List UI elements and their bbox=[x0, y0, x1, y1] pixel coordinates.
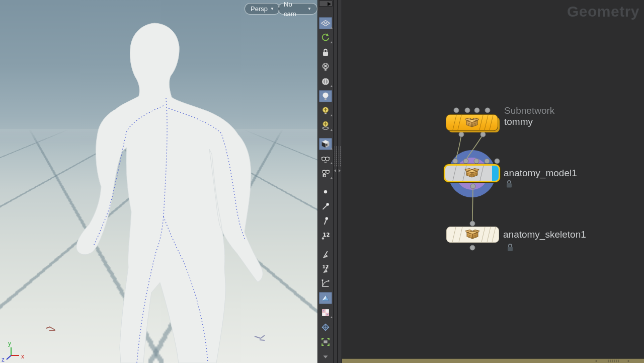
headlight-only-icon[interactable] bbox=[319, 76, 332, 88]
snapping-mode-icon[interactable] bbox=[319, 32, 332, 44]
model-input-dot[interactable] bbox=[463, 159, 468, 164]
axis-x-label: x bbox=[21, 353, 24, 360]
chevron-down-icon: ▼ bbox=[307, 4, 311, 14]
tommy-input-dot[interactable] bbox=[465, 108, 470, 113]
tommy-output-dot[interactable] bbox=[480, 132, 486, 137]
geo-box-icon bbox=[465, 169, 479, 178]
lock-badge-icon bbox=[507, 243, 514, 252]
stowed-shelf-bar[interactable] bbox=[342, 358, 644, 363]
show-materials-icon[interactable] bbox=[319, 153, 332, 165]
model-input-dot[interactable] bbox=[485, 159, 490, 164]
show-point-trails-icon[interactable] bbox=[319, 215, 332, 227]
model-input-dot[interactable] bbox=[495, 159, 500, 164]
splitter-grip[interactable] bbox=[334, 146, 337, 167]
show-point-numbers-icon[interactable]: 12 bbox=[319, 230, 332, 242]
houdini-window: Persp ▼ No cam ▼ y x z 1212 Geometry bbox=[0, 0, 644, 363]
splitter-collapse-left-icon[interactable] bbox=[334, 169, 336, 172]
display-options-toolbar: 1212 bbox=[317, 0, 333, 363]
show-prim-numbers-icon[interactable]: 12 bbox=[319, 263, 332, 275]
perspective-view-label: Persp bbox=[251, 4, 268, 14]
shade-open-curves-icon[interactable] bbox=[319, 292, 332, 304]
viewport-3d[interactable]: Persp ▼ No cam ▼ y x z bbox=[0, 0, 317, 363]
show-group-overlay-icon[interactable] bbox=[319, 336, 332, 348]
svg-text:12: 12 bbox=[323, 264, 329, 269]
high-quality-shadows-icon[interactable] bbox=[319, 119, 332, 131]
node-anatomy-skeleton1[interactable] bbox=[446, 227, 499, 243]
high-quality-lighting-icon[interactable] bbox=[319, 105, 332, 117]
lock-badge-icon bbox=[506, 180, 513, 188]
axis-z-label: z bbox=[2, 356, 5, 362]
show-profile-curves-icon[interactable] bbox=[319, 277, 332, 289]
display-flag-toggle[interactable] bbox=[492, 166, 499, 181]
geo-box-icon bbox=[465, 230, 479, 239]
pane-splitter-left[interactable] bbox=[333, 0, 338, 363]
node-anatomy-model1[interactable] bbox=[444, 164, 500, 182]
preview-materials-icon[interactable] bbox=[319, 167, 332, 179]
show-textures-icon[interactable] bbox=[319, 307, 332, 319]
node-name-anatomy-skeleton1[interactable]: anatomy_skeleton1 bbox=[503, 229, 586, 240]
skeleton-output-dot[interactable] bbox=[470, 245, 475, 250]
ground-marker-purple bbox=[253, 332, 270, 342]
node-type-label: Subnetwork bbox=[504, 105, 554, 116]
show-prim-normals-icon[interactable] bbox=[319, 248, 332, 260]
subnet-box-icon bbox=[465, 118, 479, 127]
normal-lighting-icon[interactable] bbox=[319, 90, 332, 102]
shading-mode-icon[interactable] bbox=[319, 138, 332, 150]
network-editor[interactable]: Geometry bbox=[342, 0, 644, 363]
axis-y-label: y bbox=[8, 340, 11, 347]
tommy-output-dot[interactable] bbox=[459, 132, 464, 137]
svg-text:12: 12 bbox=[323, 232, 330, 238]
node-tommy[interactable] bbox=[446, 114, 498, 131]
toolbar-scroll-down-icon[interactable] bbox=[319, 350, 332, 362]
show-uv-overlay-icon[interactable] bbox=[319, 321, 332, 333]
tommy-input-dot[interactable] bbox=[474, 108, 479, 113]
model-input-dot[interactable] bbox=[453, 159, 458, 164]
perspective-view-button[interactable]: Persp ▼ bbox=[245, 3, 280, 15]
show-point-normals-icon[interactable] bbox=[319, 200, 332, 212]
secure-selection-lock-icon[interactable] bbox=[319, 46, 332, 58]
node-name-anatomy-model1[interactable]: anatomy_model1 bbox=[504, 168, 577, 179]
chevron-down-icon: ▼ bbox=[270, 4, 274, 14]
camera-select-button[interactable]: No cam ▼ bbox=[278, 3, 317, 15]
splitter-collapse-right-icon[interactable] bbox=[339, 169, 341, 172]
ground-marker-red bbox=[44, 323, 61, 333]
tommy-input-dot[interactable] bbox=[454, 108, 459, 113]
skeleton-input-dot[interactable] bbox=[470, 221, 475, 226]
toolbar-stow-handle[interactable] bbox=[319, 1, 333, 7]
show-points-icon[interactable] bbox=[319, 186, 332, 198]
model-input-dot[interactable] bbox=[474, 159, 479, 164]
wireframe-mannequin bbox=[0, 0, 317, 363]
disable-lighting-icon[interactable] bbox=[319, 61, 332, 73]
tommy-input-dot[interactable] bbox=[485, 108, 490, 113]
node-name-tommy[interactable]: tommy bbox=[504, 116, 533, 127]
model-output-dot[interactable] bbox=[470, 184, 475, 189]
view-plane-icon[interactable] bbox=[319, 17, 332, 29]
camera-select-label: No cam bbox=[284, 0, 305, 19]
axis-gizmo: y x z bbox=[1, 336, 36, 362]
splitter-grip[interactable] bbox=[338, 146, 341, 167]
